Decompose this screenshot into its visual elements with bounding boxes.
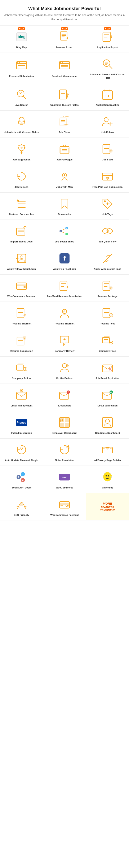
icon-unlimited-custom-fields [58,88,71,101]
feature-cell-woocommerce-payment2: WooCommerce Payment [43,493,86,520]
svg-point-19 [62,62,62,63]
svg-text:Woo: Woo [62,476,67,479]
svg-rect-191 [59,503,70,505]
feature-cell-company-follow: + Company Follow [0,356,43,384]
feature-cell-import-indeed: Import Indeed Jobs [0,220,43,247]
page-subtitle: Jobmonster keeps going with up-to-date p… [4,13,125,21]
label-job-feed: Job Feed [102,158,113,161]
icon-apply-custom-links [101,252,114,265]
svg-rect-137 [102,338,110,343]
icon-resume-export [58,30,71,43]
icon-mailchimp [101,470,114,484]
feature-cell-apply-facebook: f Apply via Facebook [43,247,86,274]
label-job-refresh: Job Refresh [14,185,28,189]
feature-cell-bing-map: NEW bing Bing Map [0,26,43,53]
svg-line-53 [18,145,19,146]
label-job-tags: Job Tags [102,213,113,216]
label-application-deadline: Application Deadline [95,103,119,106]
feature-cell-job-packages: JOB Job Packages [43,138,86,165]
svg-point-175 [106,447,109,450]
feature-cell-job-feed: Job Feed [86,138,129,165]
feature-cell-woocommerce-payment: WooCommerce Payment [0,274,43,302]
feature-cell-application-export: NEW Application Export [86,26,129,53]
label-job-packages: Job Packages [56,158,73,161]
svg-line-24 [109,65,112,68]
svg-text:FEATURES: FEATURES [101,506,114,508]
feature-cell-social-app-login: f t g Social APP Login [0,466,43,493]
label-application-export: Application Export [97,45,118,49]
svg-line-151 [68,367,68,368]
feature-cell-jobs-with-map: Jobs with Map [43,165,86,192]
svg-point-194 [67,505,69,506]
feature-cell-job-alerts: Job Alerts with Custom Fields [0,111,43,138]
icon-featured-jobs [15,197,28,211]
icon-woocommerce-payment2 [58,498,71,511]
svg-text:!: ! [68,391,69,394]
feature-cell-job-refresh: Job Refresh [0,165,43,192]
svg-rect-61 [61,148,68,153]
feature-cell-apply-custom-links: Apply with custom links [86,247,129,274]
svg-point-150 [62,364,67,368]
svg-marker-81 [16,199,19,202]
svg-text:g: g [22,479,24,481]
label-unlimited-custom-fields: Unlimited Custom Fields [50,103,79,106]
icon-employer-dashboard [58,416,71,429]
feature-cell-featured-jobs: Featured Jobs on Top [0,192,43,220]
icon-frontend-submission [15,59,28,72]
label-bing-map: Bing Map [16,45,27,49]
svg-text:bing: bing [17,35,26,39]
label-company-follow: Company Follow [12,377,31,380]
svg-rect-124 [103,308,110,318]
icon-company-review: ★ [58,334,71,347]
page-header: What Make Jobmonster Powerful Jobmonster… [0,0,129,26]
icon-job-suggestion [15,142,28,156]
svg-rect-138 [104,336,110,337]
label-frontend-management: Frontend Management [51,74,77,78]
icon-email-verification [101,389,114,402]
label-wpbakery: WPBakery Page Builder [94,459,121,462]
label-live-search: Live Search [15,103,28,106]
feature-cell-wpbakery: WPBakery Page Builder [86,438,129,466]
icon-company-feed [101,334,114,347]
icon-resume-shortlist1 [15,306,28,320]
icon-free-paid-submission: $ [101,170,114,183]
svg-rect-113 [103,281,110,290]
new-badge-application-export: NEW [104,27,111,30]
svg-text:f: f [60,230,61,232]
icon-resume-suggestion: ? [15,334,28,347]
svg-rect-119 [17,308,24,318]
page-title: What Make Jobmonster Powerful [4,6,125,11]
feature-cell-job-suggestion: Job Suggestion [0,138,43,165]
svg-line-52 [24,145,25,146]
label-job-email-expiration: Job Email Expiration [95,377,119,380]
icon-auto-update [15,443,28,457]
icon-bookmarks [58,197,71,211]
icon-seo-friendly [15,498,28,511]
icon-apply-facebook: f [58,252,71,265]
svg-text:f: f [63,255,66,262]
label-apply-custom-links: Apply with custom links [94,267,122,271]
icon-jobs-with-map [58,170,71,183]
icon-email-alert: ! [58,389,71,402]
icon-live-search [15,88,28,101]
icon-application-deadline: 31 [101,88,114,101]
new-badge-bing-map: NEW [18,27,25,30]
svg-text:TO COME !!!: TO COME !!! [100,509,115,512]
svg-text:$: $ [107,177,108,179]
svg-point-91 [65,233,68,235]
label-resume-feed: Resume Feed [100,322,115,325]
features-grid: NEW bing Bing MapNEW Resume ExportNEW Ap… [0,26,129,520]
svg-line-34 [68,96,68,98]
feature-cell-job-email-expiration: Job Email Expiration [86,356,129,384]
label-resume-export: Resume Export [56,45,73,49]
svg-rect-109 [60,281,67,290]
svg-rect-145 [18,364,24,364]
feature-cell-resume-feed: Resume Feed [86,302,129,329]
label-mailchimp: Mailchimp [101,486,113,489]
label-woocommerce-payment2: WooCommerce Payment [50,513,79,517]
feature-cell-free-paid-submission: $ Free/Paid Job Submission [86,165,129,192]
icon-job-feed [101,142,114,156]
icon-bing-map: bing [15,30,28,43]
svg-text:?: ? [24,336,25,339]
new-badge-resume-export: NEW [61,27,68,30]
